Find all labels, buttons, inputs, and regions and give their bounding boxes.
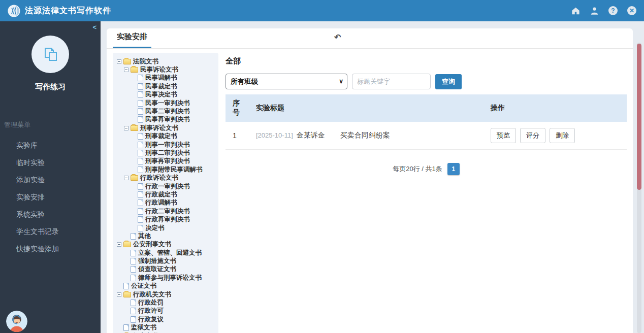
document-tree: 法院文书民事诉讼文书民事调解书民事裁定书民事决定书民事一审判决书民事二审判决书民… — [113, 53, 218, 333]
sidebar-menu: 实验库临时实验添加实验实验安排系统实验学生文书记录快捷实验添加 — [0, 137, 101, 257]
tree-item-label: 监狱文书 — [131, 323, 156, 332]
tree-item-label: 刑事再审判决书 — [145, 157, 190, 165]
folder-icon — [123, 292, 131, 297]
tree-file-item[interactable]: 刑事一审判决书 — [117, 141, 216, 149]
tree-file-item[interactable]: 监狱文书 — [117, 324, 216, 332]
tree-file-item[interactable]: 侦查取证文书 — [117, 265, 216, 274]
tree-file-item[interactable]: 刑事附带民事调解书 — [117, 165, 216, 174]
user-icon[interactable] — [589, 6, 599, 16]
tree-file-item[interactable]: 民事再审判决书 — [117, 116, 216, 124]
sidebar-item[interactable]: 添加实验 — [0, 171, 101, 188]
tree-folder-item[interactable]: 行政机关文书 — [117, 290, 216, 298]
tree-item-label: 行政裁定书 — [145, 190, 177, 199]
experiment-table: 序号 实验标题 操作 1[2025-10-11]金某诉金买卖合同纠纷案预览评分删… — [226, 94, 627, 150]
tree-item-label: 公安刑事文书 — [133, 240, 171, 249]
keyword-input[interactable] — [352, 74, 431, 89]
document-icon — [138, 142, 143, 148]
tree-file-item[interactable]: 立案、管辖、回避文书 — [117, 249, 216, 257]
tree-file-item[interactable]: 律师参与刑事诉讼文书 — [117, 274, 216, 282]
tree-file-item[interactable]: 行政裁定书 — [117, 190, 216, 198]
delete-button[interactable]: 删除 — [550, 128, 575, 143]
tree-file-item[interactable]: 行政许可 — [117, 307, 216, 315]
document-icon — [138, 199, 143, 206]
tree-file-item[interactable]: 刑事裁定书 — [117, 132, 216, 141]
filter-row: 所有班级 ∨ 查询 — [226, 74, 627, 89]
tree-item-label: 立案、管辖、回避文书 — [138, 249, 202, 257]
query-button[interactable]: 查询 — [435, 74, 462, 89]
preview-button[interactable]: 预览 — [491, 128, 516, 143]
row-number: 1 — [226, 122, 249, 150]
page-button[interactable]: 1 — [447, 163, 460, 175]
tree-file-item[interactable]: 其他 — [117, 232, 216, 240]
scrollbar-track[interactable] — [637, 43, 641, 333]
tree-expander-icon[interactable] — [124, 126, 128, 130]
tree-folder-item[interactable]: 法院文书 — [117, 57, 216, 65]
tree-file-item[interactable]: 公证文书 — [117, 282, 216, 290]
folder-icon — [123, 242, 131, 247]
top-bar: 法源法律文书写作软件 ? ✕ — [0, 0, 644, 21]
tree-file-item[interactable]: 决定书 — [117, 224, 216, 232]
tree-item-label: 行政诉讼文书 — [140, 174, 178, 182]
tree-file-item[interactable]: 行政一审判决书 — [117, 182, 216, 190]
sidebar-item[interactable]: 实验安排 — [0, 188, 101, 206]
tree-item-label: 强制措施文书 — [138, 257, 176, 265]
tree-item-label: 民事调解书 — [145, 74, 177, 82]
tree-file-item[interactable]: 刑事二审判决书 — [117, 149, 216, 157]
sidebar-item[interactable]: 快捷实验添加 — [0, 240, 101, 257]
help-icon[interactable]: ? — [608, 6, 618, 16]
tree-file-item[interactable]: 民事调解书 — [117, 74, 216, 82]
tree-file-item[interactable]: 行政处罚 — [117, 298, 216, 307]
close-icon[interactable]: ✕ — [627, 6, 637, 16]
tree-file-item[interactable]: 强制措施文书 — [117, 257, 216, 265]
tree-file-item[interactable]: 行政复议 — [117, 315, 216, 323]
home-icon[interactable] — [570, 6, 581, 16]
sidebar-item[interactable]: 临时实验 — [0, 154, 101, 171]
scrollbar-thumb[interactable] — [637, 44, 641, 190]
tree-item-label: 刑事一审判决书 — [145, 141, 190, 149]
document-icon — [138, 91, 143, 98]
tree-folder-item[interactable]: 民事诉讼文书 — [117, 65, 216, 74]
tree-item-label: 刑事裁定书 — [145, 132, 177, 141]
sidebar-item[interactable]: 学生文书记录 — [0, 223, 101, 240]
document-icon — [138, 108, 143, 115]
tab-experiment-arrangement[interactable]: 实验安排 — [113, 32, 151, 48]
tree-item-label: 民事裁定书 — [145, 82, 177, 91]
tree-item-label: 刑事附带民事调解书 — [145, 165, 203, 174]
tree-item-label: 行政机关文书 — [133, 290, 171, 299]
score-button[interactable]: 评分 — [520, 128, 545, 143]
refresh-icon[interactable]: ↶ — [334, 32, 341, 42]
tree-expander-icon[interactable] — [117, 292, 121, 297]
tree-folder-item[interactable]: 公安刑事文书 — [117, 241, 216, 249]
tree-item-label: 法院文书 — [133, 57, 158, 66]
document-icon — [138, 100, 143, 107]
class-select[interactable]: 所有班级 — [226, 74, 347, 89]
document-icon — [138, 75, 143, 81]
tree-folder-item[interactable]: 刑事诉讼文书 — [117, 124, 216, 132]
tree-file-item[interactable]: 行政二审判决书 — [117, 207, 216, 215]
tree-file-item[interactable]: 行政再审判决书 — [117, 215, 216, 223]
user-avatar[interactable] — [6, 311, 27, 332]
sidebar-item[interactable]: 实验库 — [0, 137, 101, 154]
tree-file-item[interactable]: 民事一审判决书 — [117, 99, 216, 107]
tree-expander-icon[interactable] — [117, 242, 121, 247]
table-row: 1[2025-10-11]金某诉金买卖合同纠纷案预览评分删除 — [226, 122, 627, 150]
tree-expander-icon[interactable] — [117, 59, 121, 64]
tree-file-item[interactable]: 民事二审判决书 — [117, 107, 216, 115]
table-header-row: 序号 实验标题 操作 — [226, 94, 627, 122]
pagination-summary: 每页20行 / 共1条 — [393, 164, 442, 174]
tree-expander-icon[interactable] — [124, 68, 128, 72]
sidebar-collapse-icon[interactable]: < — [92, 23, 96, 31]
tree-file-item[interactable]: 民事裁定书 — [117, 82, 216, 90]
document-icon — [138, 150, 143, 156]
app-title: 法源法律文书写作软件 — [25, 6, 111, 16]
tree-file-item[interactable]: 刑事再审判决书 — [117, 157, 216, 165]
tree-file-item[interactable]: 行政调解书 — [117, 199, 216, 207]
tree-file-item[interactable]: 民事决定书 — [117, 91, 216, 99]
document-icon — [138, 166, 143, 173]
tree-folder-item[interactable]: 行政诉讼文书 — [117, 174, 216, 182]
sidebar-item[interactable]: 系统实验 — [0, 206, 101, 223]
document-icon — [138, 225, 143, 231]
tree-expander-icon[interactable] — [124, 176, 128, 180]
tree-item-label: 行政二审判决书 — [145, 207, 190, 216]
document-icon — [131, 308, 136, 314]
